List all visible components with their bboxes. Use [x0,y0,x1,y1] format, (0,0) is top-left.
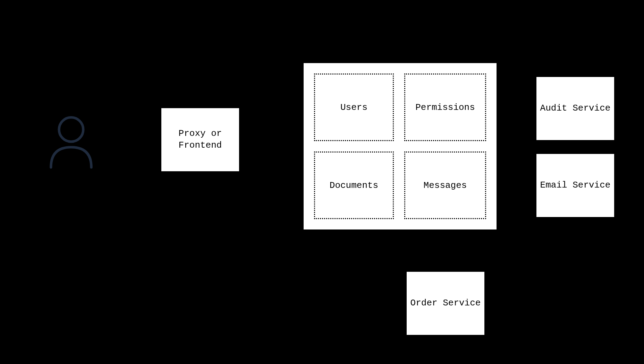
users-label: Users [340,102,367,113]
svg-point-0 [59,118,83,142]
order-label: Order Service [410,297,481,309]
monolith-container: Users Permissions Documents Messages [304,63,497,229]
documents-module: Documents [314,151,394,219]
users-module: Users [314,73,394,141]
permissions-label: Permissions [415,102,475,113]
documents-label: Documents [330,180,378,191]
permissions-module: Permissions [404,73,486,141]
audit-service-box: Audit Service [536,77,614,140]
proxy-frontend-box: Proxy or Frontend [161,108,239,171]
email-label: Email Service [540,180,611,191]
messages-label: Messages [424,180,467,191]
user-icon [45,114,97,170]
architecture-diagram: Proxy or Frontend Users Permissions Docu… [0,0,644,364]
order-service-box: Order Service [407,272,484,335]
email-service-box: Email Service [536,154,614,217]
audit-label: Audit Service [540,103,611,114]
messages-module: Messages [404,151,486,219]
proxy-label: Proxy or Frontend [161,128,239,151]
